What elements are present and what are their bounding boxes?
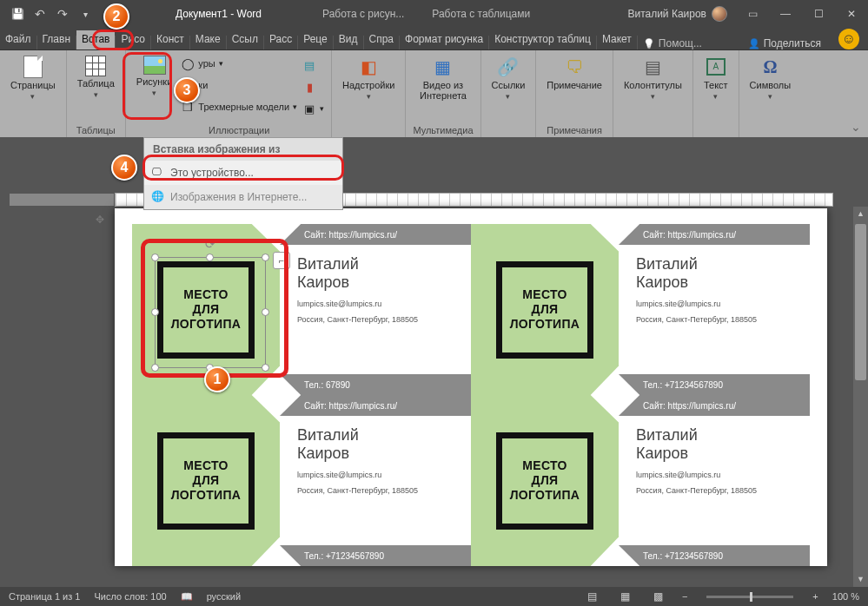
save-button[interactable] (7, 3, 28, 24)
proofing-icon[interactable]: 📖 (181, 591, 193, 603)
table-move-handle[interactable]: ✥ (96, 214, 104, 226)
maximize-button[interactable]: ☐ (802, 0, 835, 28)
user-name: Виталий Каиров (627, 8, 706, 20)
feedback-icon[interactable] (838, 29, 859, 49)
tab-picture-format[interactable]: Формат рисунка (400, 30, 488, 49)
online-video-button[interactable]: ▦ Видео из Интернета (413, 54, 473, 102)
close-button[interactable]: ✕ (835, 0, 868, 28)
badge-2: 2 (103, 3, 129, 30)
view-print-layout[interactable]: ▦ (616, 589, 635, 604)
tel-bar: Тел.: 67890 (280, 374, 471, 395)
picture-icon (143, 56, 166, 75)
status-words[interactable]: Число слов: 100 (94, 591, 166, 602)
tell-me[interactable]: Помощ... (643, 37, 702, 49)
tab-references[interactable]: Ссыл (227, 30, 263, 49)
user-account[interactable]: Виталий Каиров (627, 6, 736, 22)
screenshot-button[interactable]: ▣▾ (302, 99, 324, 118)
online-icon: 🌐 (151, 190, 163, 202)
symbols-button[interactable]: Ω Символы (746, 54, 795, 102)
redo-button[interactable] (52, 3, 73, 24)
video-icon: ▦ (432, 56, 454, 78)
menu-online-images[interactable]: 🌐Изображения в Интернете... (144, 185, 342, 209)
zoom-out-button[interactable]: − (682, 591, 687, 602)
layout-options-button[interactable]: ⌐ (273, 252, 290, 269)
title-bar: Документ1 - Word Работа с рисун... Работ… (0, 0, 868, 28)
status-page[interactable]: Страница 1 из 1 (9, 591, 80, 602)
menu-this-device[interactable]: 🖵Это устройство... (144, 161, 342, 185)
tab-table-layout[interactable]: Макет (597, 30, 637, 49)
addin-icon: ◧ (357, 56, 380, 78)
tab-review[interactable]: Реце (298, 30, 333, 49)
undo-button[interactable] (30, 3, 50, 24)
tab-file[interactable]: Файл (0, 30, 36, 49)
tab-home[interactable]: Главн (37, 30, 76, 49)
smartart-button[interactable]: ▤ (302, 56, 324, 75)
pages-button[interactable]: Страницы (7, 54, 59, 102)
tab-draw[interactable]: Рисо (116, 30, 150, 49)
business-card[interactable]: МЕСТОДЛЯЛОГОТИПА Сайт: https://lumpics.r… (471, 395, 810, 566)
share-button[interactable]: Поделиться (739, 37, 830, 49)
ribbon-tabs: Файл Главн Встав Рисо Конст Маке Ссыл Ра… (0, 28, 868, 50)
tab-help[interactable]: Спра (364, 30, 400, 49)
omega-icon: Ω (759, 56, 781, 78)
status-bar: Страница 1 из 1 Число слов: 100 📖 русски… (0, 587, 868, 606)
tab-design[interactable]: Конст (151, 30, 189, 49)
addins-button[interactable]: ◧ Надстройки (339, 54, 398, 102)
minimize-button[interactable]: — (769, 0, 802, 28)
collapse-ribbon-button[interactable]: ⌄ (851, 120, 861, 134)
bulb-icon (643, 37, 655, 49)
header-icon: ▤ (641, 56, 664, 78)
chart-icon: ▮ (302, 80, 316, 94)
link-icon: 🔗 (497, 56, 520, 78)
shapes-button[interactable]: ◯уры▾ (181, 54, 297, 73)
zoom-slider[interactable] (706, 596, 793, 598)
document-area: ✥ МЕСТОДЛЯЛОГОТИПА Сайт: https://lumpics… (0, 137, 868, 587)
qat-customize-button[interactable] (75, 3, 96, 24)
site-bar: Сайт: https://lumpics.ru/ (280, 224, 471, 245)
zoom-level[interactable]: 100 % (832, 591, 859, 602)
comment-button[interactable]: 🗨 Примечание (543, 54, 606, 92)
context-tab-picture[interactable]: Работа с рисун... (308, 0, 418, 28)
view-web-layout[interactable]: ▩ (649, 589, 668, 604)
tab-table-design[interactable]: Конструктор таблиц (489, 30, 596, 49)
status-language[interactable]: русский (207, 591, 241, 602)
tab-insert[interactable]: Встав (76, 30, 115, 49)
quick-access-toolbar (0, 3, 103, 24)
zoom-in-button[interactable]: + (812, 591, 818, 602)
vertical-scrollbar[interactable]: ▲▼ (853, 207, 868, 587)
headers-button[interactable]: ▤ Колонтитулы (620, 54, 686, 102)
smartart-icon: ▤ (302, 58, 316, 72)
tab-layout[interactable]: Маке (190, 30, 226, 49)
ribbon-options-button[interactable]: ▭ (736, 0, 769, 28)
scrollbar-thumb[interactable] (855, 224, 866, 380)
context-tab-table[interactable]: Работа с таблицами (418, 0, 544, 28)
view-read-mode[interactable]: ▤ (583, 589, 602, 604)
insert-picture-menu: Вставка изображения из 🖵Это устройство..… (143, 137, 343, 210)
rotate-handle[interactable]: ⟳ (205, 237, 215, 251)
table-icon (85, 56, 106, 76)
shapes-icon: ◯ (181, 56, 195, 70)
pictures-button[interactable]: Рисунки (133, 54, 176, 99)
comment-icon: 🗨 (563, 56, 586, 78)
selection-frame[interactable]: ⟳ (155, 257, 266, 368)
group-illustrations: Иллюстрации (181, 123, 297, 135)
group-comments: Примечания (543, 123, 606, 135)
business-card[interactable]: МЕСТОДЛЯЛОГОТИПА Сайт: https://lumpics.r… (132, 395, 471, 566)
tab-mailings[interactable]: Расс (264, 30, 297, 49)
text-button[interactable]: A Текст (700, 54, 732, 102)
badge-3: 3 (174, 77, 200, 103)
badge-4: 4 (111, 155, 137, 181)
document-title: Документ1 - Word (155, 8, 282, 20)
chart-button[interactable]: ▮ (302, 77, 324, 96)
badge-1: 1 (204, 366, 230, 392)
menu-header: Вставка изображения из (144, 138, 342, 161)
window-controls: ▭ — ☐ ✕ (736, 0, 868, 28)
tab-view[interactable]: Вид (334, 30, 363, 49)
3dmodels-button[interactable]: ❒Трехмерные модели ▾ (181, 97, 297, 116)
links-button[interactable]: 🔗 Ссылки (488, 54, 529, 102)
screenshot-icon: ▣ (302, 102, 316, 115)
group-tables: Таблицы (74, 123, 118, 135)
device-icon: 🖵 (151, 166, 163, 178)
business-card[interactable]: МЕСТОДЛЯЛОГОТИПА Сайт: https://lumpics.r… (471, 224, 810, 395)
table-button[interactable]: Таблица (74, 54, 118, 101)
